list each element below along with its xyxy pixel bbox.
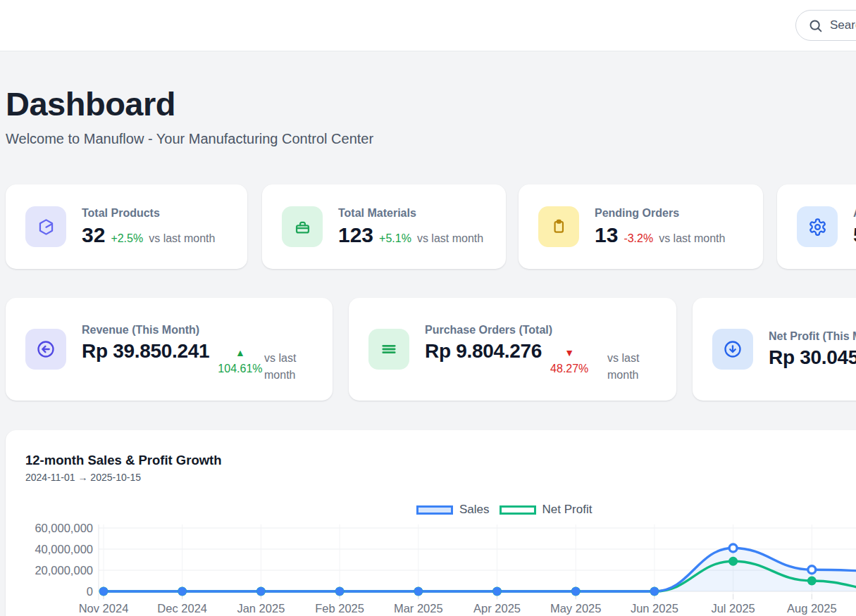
vs-last-month-label: vs last month bbox=[607, 350, 657, 384]
metric-percent: 48.27% bbox=[550, 363, 588, 375]
metric-card-revenue: Revenue (This Month) Rp 39.850.241 ▲ 104… bbox=[6, 298, 333, 401]
page-subtitle: Welcome to Manuflow - Your Manufacturing… bbox=[6, 131, 373, 147]
search-input[interactable] bbox=[830, 18, 856, 32]
stat-card-total-materials: Total Materials 123 +5.1% vs last month bbox=[262, 184, 506, 269]
stat-value: 5 bbox=[853, 223, 856, 247]
stat-suffix: vs last month bbox=[659, 232, 725, 245]
stat-label: Total Materials bbox=[338, 207, 483, 220]
legend-label: Sales bbox=[459, 503, 490, 517]
metric-card-purchase-orders: Purchase Orders (Total) Rp 9.804.276 ▼ 4… bbox=[349, 298, 676, 401]
vs-last-month-label: vs last month bbox=[264, 350, 314, 384]
legend-swatch bbox=[416, 505, 453, 515]
stat-label: A bbox=[853, 207, 856, 220]
chart-date-range: 2024-11-01 → 2025-10-15 bbox=[25, 472, 141, 483]
metric-value: Rp 9.804.276 bbox=[425, 340, 542, 363]
metric-card-net-profit: Net Profit (This Month) Rp 30.045 bbox=[693, 298, 856, 401]
stat-suffix: vs last month bbox=[417, 232, 483, 245]
legend-label: Net Profit bbox=[542, 503, 593, 517]
stat-card-clipped: A 5 bbox=[777, 184, 856, 269]
stat-delta: -3.2% bbox=[624, 232, 653, 245]
arrow-left-circle-icon bbox=[25, 329, 66, 370]
stat-delta: +5.1% bbox=[379, 232, 411, 245]
search-box[interactable] bbox=[795, 10, 856, 41]
metric-label: Purchase Orders (Total) bbox=[425, 324, 588, 337]
metric-label: Revenue (This Month) bbox=[82, 324, 263, 337]
stat-value: 32 bbox=[82, 223, 105, 247]
gear-icon bbox=[797, 206, 838, 247]
legend-swatch bbox=[500, 505, 536, 515]
page-title: Dashboard bbox=[6, 84, 175, 123]
stat-label: Pending Orders bbox=[595, 207, 725, 220]
chart-title: 12-month Sales & Profit Growth bbox=[25, 453, 222, 468]
clipboard-icon bbox=[538, 206, 579, 247]
stat-value: 123 bbox=[338, 223, 373, 247]
chart-legend: SalesNet Profit bbox=[416, 503, 592, 517]
legend-item-net-profit[interactable]: Net Profit bbox=[500, 503, 593, 517]
top-bar bbox=[0, 0, 856, 51]
stat-value: 13 bbox=[595, 223, 618, 247]
stat-card-total-products: Total Products 32 +2.5% vs last month bbox=[6, 184, 247, 269]
dashboard-page: Dashboard Welcome to Manuflow - Your Man… bbox=[0, 0, 856, 616]
stat-label: Total Products bbox=[82, 207, 215, 220]
list-icon bbox=[368, 329, 409, 370]
trend-up-icon: ▲ bbox=[235, 347, 245, 358]
stat-card-pending-orders: Pending Orders 13 -3.2% vs last month bbox=[519, 184, 763, 269]
stat-delta: +2.5% bbox=[111, 232, 143, 245]
search-icon bbox=[808, 18, 823, 33]
metric-label: Net Profit (This Month) bbox=[769, 330, 856, 343]
metric-value: Rp 39.850.241 bbox=[82, 340, 209, 363]
toolbox-icon bbox=[282, 206, 323, 247]
trend-down-icon: ▼ bbox=[564, 347, 574, 358]
arrow-down-circle-icon bbox=[712, 329, 753, 370]
legend-item-sales[interactable]: Sales bbox=[416, 503, 490, 517]
metric-percent: 104.61% bbox=[218, 363, 262, 375]
package-icon bbox=[25, 206, 66, 247]
metric-value: Rp 30.045 bbox=[769, 346, 856, 369]
stat-suffix: vs last month bbox=[149, 232, 215, 245]
